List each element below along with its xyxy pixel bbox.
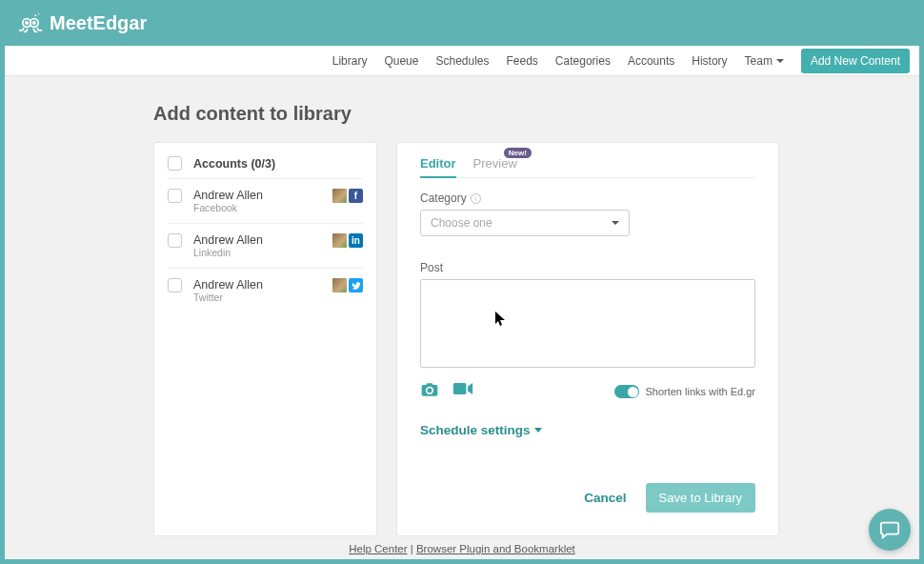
page-title: Add content to library [153, 103, 919, 125]
account-network: Linkedin [193, 247, 321, 258]
twitter-icon[interactable] [349, 278, 363, 292]
account-name: Andrew Allen [193, 278, 321, 292]
content-frame: Library Queue Schedules Feeds Categories… [5, 46, 919, 559]
svg-rect-6 [453, 383, 467, 394]
editor-tabs: Editor Preview New! [420, 156, 755, 178]
shorten-toggle-wrap: Shorten links with Ed.gr [614, 385, 755, 398]
new-badge: New! [504, 148, 532, 158]
svg-point-4 [35, 14, 37, 16]
top-banner: MeetEdgar [0, 0, 924, 46]
media-toolbar: Shorten links with Ed.gr [420, 381, 755, 402]
tab-editor[interactable]: Editor [420, 156, 456, 178]
toggle-knob [628, 387, 638, 397]
nav-library[interactable]: Library [332, 54, 368, 68]
nav-feeds[interactable]: Feeds [507, 54, 538, 68]
brand-logo[interactable]: MeetEdgar [17, 10, 147, 36]
post-textarea[interactable] [420, 279, 755, 368]
chat-widget-button[interactable] [869, 509, 911, 551]
cancel-button[interactable]: Cancel [584, 491, 626, 505]
select-all-checkbox[interactable] [168, 156, 182, 171]
page-body: Add content to library Accounts (0/3) An… [5, 76, 919, 559]
chevron-down-icon [612, 221, 619, 225]
schedule-settings-label: Schedule settings [420, 423, 531, 437]
accounts-count-label: Accounts (0/3) [193, 157, 275, 171]
add-new-content-button[interactable]: Add New Content [801, 49, 910, 73]
account-checkbox[interactable] [168, 278, 182, 292]
video-icon[interactable] [452, 381, 473, 402]
svg-point-3 [33, 22, 35, 24]
account-row[interactable]: Andrew Allen Linkedin in [168, 223, 363, 268]
schedule-settings-toggle[interactable]: Schedule settings [420, 423, 755, 437]
category-placeholder: Choose one [431, 216, 492, 230]
caret-down-icon [776, 59, 784, 63]
camera-icon[interactable] [420, 381, 439, 402]
nav-schedules[interactable]: Schedules [435, 54, 489, 68]
account-avatar [332, 233, 347, 248]
svg-point-2 [26, 22, 28, 24]
nav-history[interactable]: History [692, 54, 727, 68]
account-row[interactable]: Andrew Allen Twitter [168, 268, 363, 312]
footer-links: Help Center | Browser Plugin and Bookmar… [5, 543, 919, 554]
save-to-library-button[interactable]: Save to Library [646, 483, 755, 513]
linkedin-icon: in [349, 233, 363, 248]
info-icon[interactable]: i [471, 193, 481, 204]
account-checkbox[interactable] [168, 189, 182, 203]
account-avatar [332, 189, 347, 203]
accounts-header: Accounts (0/3) [168, 156, 363, 171]
accounts-panel: Accounts (0/3) Andrew Allen Facebook f [153, 142, 377, 536]
octopus-icon [17, 10, 44, 36]
nav-categories[interactable]: Categories [555, 54, 611, 68]
account-name: Andrew Allen [193, 233, 321, 247]
brand-name: MeetEdgar [50, 12, 147, 34]
chat-icon [879, 519, 900, 540]
editor-panel: Editor Preview New! Category i Choose on… [396, 142, 779, 536]
nav-accounts[interactable]: Accounts [628, 54, 674, 68]
chevron-down-icon [534, 428, 542, 433]
post-label: Post [420, 261, 755, 274]
tab-preview[interactable]: Preview New! [473, 156, 517, 177]
svg-point-5 [38, 13, 39, 14]
help-center-link[interactable]: Help Center [349, 543, 407, 554]
account-name: Andrew Allen [193, 189, 321, 202]
nav-queue[interactable]: Queue [384, 54, 418, 68]
nav-team-label: Team [745, 54, 773, 68]
nav-team[interactable]: Team [745, 54, 784, 68]
category-select[interactable]: Choose one [420, 210, 630, 236]
tab-preview-label: Preview [473, 156, 517, 171]
category-label: Category i [420, 191, 755, 205]
facebook-icon: f [349, 189, 363, 203]
editor-actions: Cancel Save to Library [420, 483, 755, 513]
account-network: Twitter [193, 292, 321, 303]
browser-plugin-link[interactable]: Browser Plugin and Bookmarklet [416, 543, 575, 554]
account-row[interactable]: Andrew Allen Facebook f [168, 178, 363, 223]
nav-bar: Library Queue Schedules Feeds Categories… [5, 46, 919, 76]
account-checkbox[interactable] [168, 233, 182, 248]
account-network: Facebook [193, 202, 321, 213]
shorten-links-label: Shorten links with Ed.gr [645, 386, 755, 397]
account-avatar [332, 278, 347, 292]
shorten-links-toggle[interactable] [614, 385, 639, 398]
